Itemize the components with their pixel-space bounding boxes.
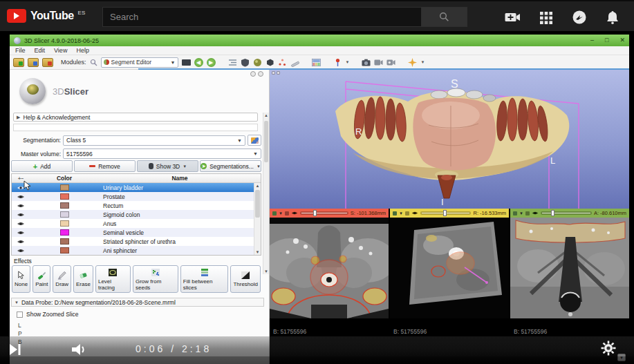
view-menu-icon[interactable] bbox=[285, 211, 289, 215]
help-acknowledgement-section[interactable]: ▶ Help & Acknowledgement bbox=[13, 113, 258, 122]
visibility-eye-icon[interactable] bbox=[12, 239, 30, 245]
segmentations-button[interactable]: ➤ Segmentations... ▼ bbox=[200, 160, 261, 172]
visibility-eye-icon[interactable] bbox=[12, 212, 30, 218]
panel-pin-icon[interactable] bbox=[258, 71, 263, 77]
module-panel-icon[interactable] bbox=[182, 58, 191, 67]
chevron-down-icon[interactable]: ▼ bbox=[279, 211, 283, 215]
effect-level-tracing-button[interactable]: Level tracing bbox=[95, 265, 131, 293]
visibility-eye-icon[interactable] bbox=[12, 221, 30, 227]
effect-draw-button[interactable]: Draw bbox=[53, 265, 71, 293]
view-menu-icon[interactable] bbox=[525, 211, 530, 215]
scroll-down-icon[interactable]: ▼ bbox=[263, 269, 269, 274]
module-search-icon[interactable] bbox=[90, 59, 97, 66]
player-progress-area[interactable] bbox=[0, 356, 634, 364]
visibility-eye-icon[interactable] bbox=[12, 194, 30, 200]
add-segment-button[interactable]: + Add bbox=[11, 160, 73, 172]
history-back-icon[interactable]: ◀ bbox=[194, 58, 203, 67]
slice-image-red[interactable] bbox=[270, 218, 389, 318]
volume-button[interactable] bbox=[71, 341, 88, 358]
segmentation-selector[interactable]: Class 5 ▼ bbox=[63, 135, 245, 146]
close-button[interactable]: ✕ bbox=[619, 35, 625, 46]
menu-help[interactable]: Help bbox=[76, 47, 89, 54]
segment-row[interactable]: Urinary bladder bbox=[12, 183, 261, 192]
slice-image-green[interactable] bbox=[510, 218, 629, 318]
effect-fill-between-slices-button[interactable]: Fill between slices bbox=[180, 265, 229, 293]
pin-icon[interactable] bbox=[393, 211, 397, 215]
crosshair-pin-icon[interactable] bbox=[333, 58, 342, 67]
effect-grow-from-seeds-button[interactable]: Grow from seeds bbox=[133, 265, 178, 293]
search-button[interactable] bbox=[422, 7, 467, 27]
remove-segment-button[interactable]: Remove bbox=[74, 160, 136, 172]
scroll-up-icon[interactable]: ▲ bbox=[263, 113, 269, 117]
show-zoomed-slice-checkbox[interactable] bbox=[17, 312, 23, 318]
video-player[interactable]: 3D Slicer 4.9.0-2018-06-25 – □ ✕ File Ed… bbox=[0, 31, 634, 364]
settings-gear-icon[interactable] bbox=[601, 341, 616, 356]
module-history-icon[interactable] bbox=[228, 58, 237, 67]
scroll-down-icon[interactable]: ▼ bbox=[254, 250, 261, 254]
notifications-bell-icon[interactable] bbox=[604, 9, 621, 26]
extensions-install-icon[interactable] bbox=[408, 58, 417, 67]
messages-icon[interactable] bbox=[571, 9, 588, 26]
show-3d-button[interactable]: Show 3D ▼ bbox=[137, 160, 198, 172]
load-data-icon[interactable] bbox=[13, 58, 24, 67]
table-scrollbar[interactable]: ▲ ▼ bbox=[254, 183, 261, 255]
panel-scrollbar[interactable]: ▲ ▼ bbox=[263, 113, 269, 274]
menu-edit[interactable]: Edit bbox=[35, 47, 46, 54]
segment-color-swatch[interactable] bbox=[60, 184, 69, 191]
save-data-icon[interactable] bbox=[42, 58, 53, 67]
segment-color-swatch[interactable] bbox=[60, 202, 69, 209]
segmentation-colors-button[interactable] bbox=[248, 135, 261, 146]
scroll-up-icon[interactable]: ▲ bbox=[254, 184, 261, 188]
visibility-eye-icon[interactable] bbox=[411, 211, 418, 215]
chevron-down-icon[interactable]: ▼ bbox=[519, 211, 523, 215]
chevron-down-icon[interactable]: ▼ bbox=[346, 60, 350, 64]
segment-row[interactable]: Seminal vesicle bbox=[12, 228, 261, 237]
restore-button[interactable]: □ bbox=[605, 35, 608, 46]
pin-icon[interactable] bbox=[272, 211, 277, 215]
effect-none-button[interactable]: None bbox=[12, 265, 30, 293]
extensions-shield-icon[interactable] bbox=[241, 58, 250, 67]
segment-row[interactable]: Anus bbox=[12, 219, 261, 228]
screenshot-camera-icon[interactable] bbox=[362, 58, 371, 67]
segment-row[interactable]: Striated sphincter of urethra bbox=[12, 237, 261, 246]
dicom-icon[interactable] bbox=[28, 58, 39, 67]
apps-grid-icon[interactable] bbox=[538, 9, 554, 26]
volume-rendering-icon[interactable] bbox=[265, 58, 274, 67]
panel-help-icon[interactable] bbox=[250, 71, 256, 77]
pin-icon[interactable] bbox=[513, 211, 517, 215]
segment-color-swatch[interactable] bbox=[60, 238, 69, 245]
slice-offset-slider[interactable] bbox=[541, 211, 592, 215]
visibility-eye-icon[interactable] bbox=[291, 211, 298, 215]
history-forward-icon[interactable]: ▶ bbox=[207, 58, 216, 67]
markups-icon[interactable] bbox=[278, 58, 287, 67]
window-titlebar[interactable]: 3D Slicer 4.9.0-2018-06-25 – □ ✕ bbox=[10, 35, 629, 46]
search-input[interactable] bbox=[102, 7, 422, 27]
segment-color-swatch[interactable] bbox=[60, 193, 69, 200]
effect-erase-button[interactable]: Erase bbox=[73, 265, 93, 293]
segment-color-swatch[interactable] bbox=[60, 211, 69, 218]
chevron-down-icon[interactable]: ▼ bbox=[420, 60, 425, 64]
master-volume-selector[interactable]: 51755596 ▼ bbox=[63, 149, 261, 159]
create-video-icon[interactable] bbox=[505, 9, 521, 26]
effect-threshold-button[interactable]: Threshold bbox=[230, 265, 261, 293]
chevron-down-icon[interactable]: ▼ bbox=[399, 211, 403, 215]
youtube-logo[interactable]: YouTube ES bbox=[7, 9, 85, 23]
scene-view-camera-icon[interactable] bbox=[374, 58, 383, 67]
module-selector[interactable]: Segment Editor ▼ bbox=[101, 57, 178, 68]
collapsed-section-bar[interactable] bbox=[13, 124, 258, 131]
ruler-icon[interactable] bbox=[290, 58, 299, 67]
visibility-eye-icon[interactable] bbox=[12, 203, 30, 209]
segment-color-swatch[interactable] bbox=[60, 220, 69, 227]
segment-row[interactable]: Sigmoid colon bbox=[12, 210, 261, 219]
menu-file[interactable]: File bbox=[15, 47, 26, 54]
visibility-eye-icon[interactable] bbox=[12, 248, 30, 253]
segment-color-swatch[interactable] bbox=[60, 247, 69, 253]
data-probe-section[interactable]: ▼ Data Probe: D:/New segmentation/2018-0… bbox=[11, 298, 264, 307]
view-3d[interactable]: S R L I bbox=[270, 70, 629, 209]
next-button[interactable] bbox=[7, 341, 24, 358]
menu-view[interactable]: View bbox=[54, 47, 67, 54]
segment-row[interactable]: Zona transicional de... bbox=[12, 255, 261, 256]
layout-selector-icon[interactable] bbox=[312, 58, 321, 67]
slice-offset-slider[interactable] bbox=[300, 211, 348, 215]
segment-color-swatch[interactable] bbox=[60, 229, 69, 236]
